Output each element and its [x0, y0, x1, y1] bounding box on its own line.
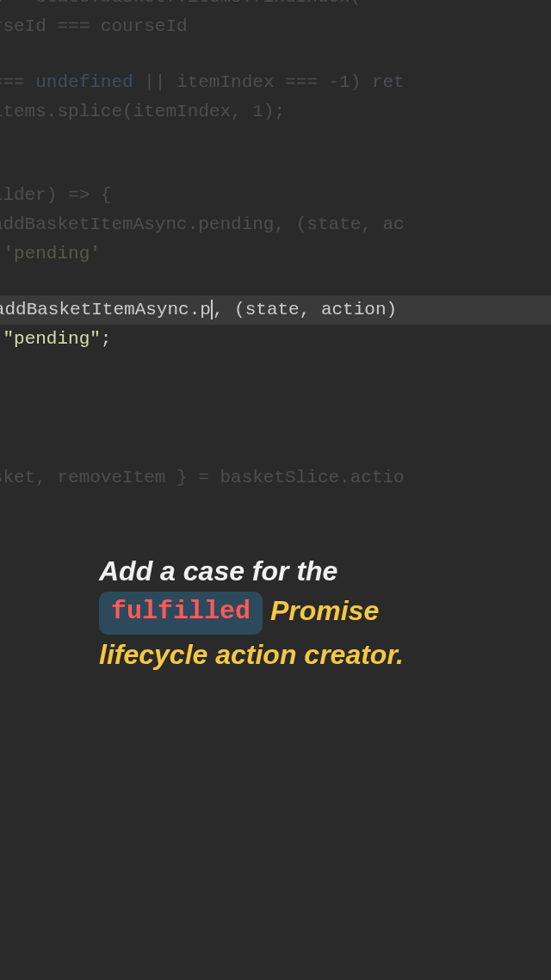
code-line: { setBasket, removeItem } = basketSlice.…	[0, 463, 551, 493]
instruction-text-part1: Add a case for the	[99, 555, 337, 586]
code-line: => i.courseId === courseId	[0, 12, 551, 41]
code-line: status = 'pending'	[0, 239, 551, 269]
code-line: addCase(addBasketItemAsync.pending, (sta…	[0, 210, 551, 239]
code-line: emIndex === undefined || itemIndex === -…	[0, 68, 551, 97]
code-line: status = "pending";	[0, 325, 551, 354]
instruction-text-part2: Promise	[263, 595, 379, 626]
code-line-active: addCase(addBasketItemAsync.p, (state, ac…	[0, 295, 551, 325]
instruction-overlay: Add a case for the fulfilled Promise lif…	[99, 551, 504, 674]
code-line: itemIndex = state.basket?.items.findInde…	[0, 0, 551, 12]
code-keyword-pill: fulfilled	[99, 592, 263, 635]
instruction-text-part3: lifecycle action creator.	[99, 639, 404, 670]
code-line: ers: (builder) => {	[0, 181, 551, 210]
code-line: basket?.items.splice(itemIndex, 1);	[0, 97, 551, 127]
code-editor-background: itemIndex = state.basket?.items.findInde…	[0, 0, 551, 493]
